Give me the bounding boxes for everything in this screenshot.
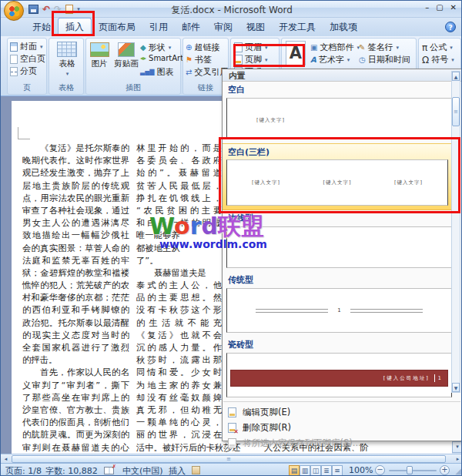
gallery-section-label-tile: 瓷砖型	[223, 337, 461, 352]
chart-button[interactable]: ▃▅▇ 图表	[140, 66, 173, 78]
tab-view[interactable]: 视图	[239, 18, 272, 36]
zoom-slider-track[interactable]	[389, 470, 437, 471]
footer-button[interactable]: 页脚 ▾	[234, 54, 268, 65]
table-button[interactable]: 表格 ▾	[52, 42, 82, 77]
blank-page-button[interactable]: 空白页	[10, 53, 45, 65]
gallery-item-blank[interactable]: [键入文字]	[226, 98, 452, 139]
tab-developer[interactable]: 开发工具	[272, 18, 323, 36]
equation-button[interactable]: π 公式 ▾	[422, 42, 453, 53]
view-draft-button[interactable]: ≡	[332, 465, 343, 476]
ribbon-tab-row: 开始插入页面布局引用邮件审阅视图开发工具加载项	[1, 18, 462, 36]
hyperlink-button[interactable]: ⊕ 超链接	[186, 42, 219, 53]
chevron-down-icon: ▾	[450, 45, 453, 51]
scroll-down-button[interactable]: ▼	[452, 383, 460, 392]
textbox-button[interactable]: A	[284, 41, 307, 65]
spellcheck-icon: ✗	[104, 467, 114, 474]
wordart-button[interactable]: A 艺术字 ▾	[310, 54, 350, 65]
horizontal-scrollbar[interactable]: ◂ ≡ ▸	[1, 454, 462, 463]
undo-icon[interactable]: ↶	[42, 5, 50, 14]
scroll-right-button[interactable]: ▸	[454, 455, 462, 463]
insert-mode-indicator[interactable]: 插入	[169, 465, 186, 476]
rule-lines	[256, 309, 328, 313]
document-text-line: 男女主人公的遭遇淋漓尽	[22, 217, 129, 230]
document-text-line: 首先，作家以人民的名	[22, 367, 129, 379]
view-print-layout-button[interactable]: ▤	[289, 465, 300, 476]
date-time-button[interactable]: ◷ 日期和时间	[359, 54, 410, 65]
document-text-line: 都被地主从	[136, 243, 222, 255]
symbol-label: 符号	[431, 54, 448, 65]
scroll-left-button[interactable]: ◂	[2, 455, 10, 463]
quick-parts-button[interactable]: ▣ 文档部件 ▾	[310, 42, 360, 53]
clipart-button[interactable]: 剪贴画	[112, 42, 140, 69]
close-button[interactable]: ✕	[450, 3, 457, 12]
language-indicator[interactable]: 中文(中国)	[122, 465, 163, 476]
bookmark-button[interactable]: ⚑ 书签	[186, 54, 212, 65]
macro-record-button[interactable]	[192, 466, 200, 476]
chevron-down-icon: ▾	[169, 45, 172, 51]
save-selection-label: 将所选内容保存到页脚库(S)...	[243, 437, 361, 449]
word-count[interactable]: 字数: 10,882	[45, 465, 98, 476]
view-fullscreen-button[interactable]: ▥	[300, 465, 310, 476]
smartart-label: SmartArt	[149, 54, 183, 62]
view-web-layout-button[interactable]: ◫	[310, 465, 321, 476]
document-preview-icon[interactable]	[65, 5, 73, 14]
document-text-line: 法庭和监禁无辜百姓的牢	[22, 255, 129, 267]
document-text-line: 观已经发生激变，抛弃了上	[22, 167, 129, 179]
document-text-line: 政治犯。托尔斯泰以最清醒	[22, 317, 129, 330]
document-text-line: 的肮脏灵魂。而更为深刻的	[22, 429, 129, 441]
symbol-button[interactable]: Ω 符号 ▾	[422, 54, 454, 65]
shapes-button[interactable]: ◆ 形状 ▾	[140, 42, 171, 53]
zoom-out-button[interactable]: −	[375, 465, 385, 475]
resize-grip-icon[interactable]: ◢	[455, 467, 461, 475]
spellcheck-status[interactable]: ✗	[104, 467, 114, 476]
tab-review[interactable]: 审阅	[207, 18, 239, 36]
gallery-scrollbar[interactable]: ▲ ≡ ▼	[451, 71, 460, 393]
margin-crop-mark	[18, 127, 30, 139]
cover-page-button[interactable]: 封面 ▾	[10, 41, 43, 52]
redo-icon[interactable]: ↷	[54, 5, 62, 14]
chart-icon: ▃▅▇	[140, 69, 154, 75]
picture-button[interactable]: 图片	[88, 42, 111, 69]
minimize-button[interactable]: –	[425, 3, 429, 12]
smartart-button[interactable]: ◂▸ SmartArt	[140, 54, 183, 62]
tab-home[interactable]: 开始	[25, 18, 58, 36]
gallery-item-blank-three[interactable]: [键入文字] [键入文字] [键入文字]	[226, 159, 448, 206]
window-controls: – ▢ ✕	[425, 3, 457, 12]
scroll-up-button[interactable]: ▲	[452, 72, 460, 81]
gallery-item-sideline[interactable]	[226, 226, 452, 268]
signature-line-button[interactable]: ✎ 签名行 ▾	[359, 42, 399, 53]
help-button[interactable]: ?	[445, 22, 456, 32]
horizontal-scrollbar-thumb[interactable]: ≡	[12, 455, 446, 463]
zoom-in-button[interactable]: +	[440, 465, 450, 475]
tab-page-layout[interactable]: 页面布局	[92, 18, 142, 36]
remove-footer-menu-item[interactable]: ✕ 删除页脚(R)	[223, 420, 461, 435]
qat-dropdown-icon[interactable]: ▾	[77, 6, 80, 12]
header-button[interactable]: 页眉 ▾	[234, 42, 268, 53]
rule-lines	[350, 309, 423, 313]
blank-page-label: 空白页	[20, 53, 45, 65]
group-label-illustrations: 插图	[86, 82, 180, 93]
tab-references[interactable]: 引用	[142, 18, 175, 36]
page-break-button[interactable]: 分页	[10, 65, 37, 77]
company-address-placeholder: [键入公司地址]	[383, 375, 430, 381]
scrollbar-thumb[interactable]: ≡	[452, 97, 460, 126]
document-text-line: 没有卡秋莎这个形	[136, 304, 222, 317]
maximize-button[interactable]: ▢	[436, 3, 443, 12]
zoom-level[interactable]: 100%	[349, 465, 373, 475]
office-button[interactable]	[4, 1, 24, 21]
bookmark-label: 书签	[195, 54, 212, 65]
remove-footer-icon: ✕	[228, 423, 236, 433]
date-time-icon: ◷	[359, 56, 366, 64]
page-indicator[interactable]: 页面: 1/8	[5, 465, 42, 476]
tab-mailings[interactable]: 邮件	[175, 18, 207, 36]
save-icon[interactable]	[28, 5, 38, 14]
save-selection-icon	[228, 438, 236, 448]
document-text-line: 活中。被奸污后的卡秋莎还	[136, 442, 222, 454]
gallery-item-tile[interactable]: [键入公司地址]1	[226, 353, 452, 397]
tab-insert[interactable]: 插入	[58, 18, 92, 37]
zoom-slider-thumb[interactable]	[407, 466, 413, 474]
tab-addins[interactable]: 加载项	[323, 18, 364, 36]
view-outline-button[interactable]: ≣	[321, 465, 332, 476]
edit-footer-menu-item[interactable]: 编辑页脚(E)	[223, 404, 461, 420]
gallery-item-traditional[interactable]: 1	[226, 288, 452, 333]
